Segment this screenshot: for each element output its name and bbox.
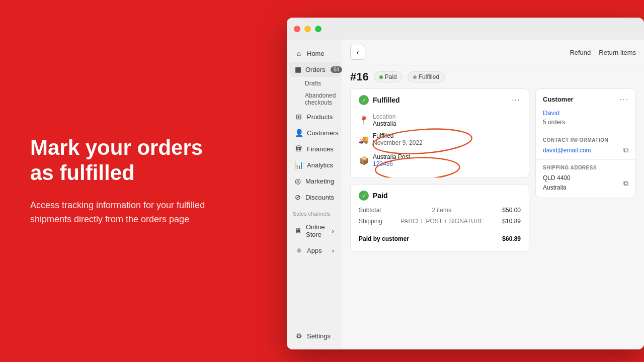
shipping-row: Shipping PARCEL POST + SIGNATURE $10.89 — [359, 216, 521, 227]
sidebar-item-customers[interactable]: 👤 Customers — [289, 125, 340, 140]
location-label: Location — [373, 113, 396, 120]
sidebar-settings-section: ⚙ Settings — [287, 324, 342, 343]
top-toolbar: ‹ Refund Return items — [342, 40, 644, 65]
left-column: ✓ Fulfilled ··· 📍 Location — [350, 88, 529, 341]
sidebar-item-sales-channels[interactable]: 🖥 Online Store › — [289, 220, 340, 242]
sidebar-apps-label: Apps — [307, 247, 322, 254]
fulfilled-card-body: 📍 Location Australia 🚚 Fulfille — [351, 111, 529, 177]
sidebar-item-products[interactable]: ⊞ Products — [289, 109, 340, 124]
sidebar-item-orders[interactable]: ▦ Orders 64 — [289, 62, 340, 77]
home-icon: ⌂ — [295, 49, 303, 57]
sidebar-item-marketing[interactable]: ◎ Marketing — [289, 173, 340, 189]
contact-email[interactable]: david@email.com — [543, 147, 591, 154]
fulfilled-card-title: Fulfilled — [373, 96, 400, 104]
minimize-button[interactable] — [304, 26, 311, 32]
fulfilled-badge: Fulfilled — [408, 71, 445, 82]
sidebar-finances-label: Finances — [307, 145, 334, 153]
paid-card-content: Subtotal 2 items $50.00 Shipping PARCEL … — [351, 205, 529, 251]
toolbar-actions: Refund Return items — [570, 49, 636, 56]
customer-orders: 5 orders — [536, 119, 635, 132]
sidebar-discounts-label: Discounts — [305, 194, 334, 201]
order-header: #16 Paid Fulfilled — [342, 65, 644, 88]
contact-section: CONTACT INFORMATION david@email.com ⧉ — [536, 132, 635, 159]
sidebar-item-drafts[interactable]: Drafts — [287, 78, 342, 89]
sidebar-item-home[interactable]: ⌂ Home — [289, 46, 340, 61]
browser-body: ⌂ Home ▦ Orders 64 Drafts Abandoned chec… — [287, 40, 644, 349]
shipping-section: SHIPPING ADDRESS QLD 4400 Australia ⧉ — [536, 160, 635, 198]
total-row: Paid by customer $60.89 — [359, 233, 521, 244]
analytics-icon: 📊 — [295, 161, 303, 169]
sidebar-products-label: Products — [307, 113, 333, 121]
location-row: 📍 Location Australia — [359, 113, 521, 127]
sidebar-home-label: Home — [307, 50, 325, 57]
paid-card-header: ✓ Paid — [351, 185, 529, 205]
sales-channels-label: Sales channels — [287, 206, 342, 219]
paid-card: ✓ Paid Subtotal 2 items $50.00 Shipping — [350, 184, 529, 252]
browser-window: ⌂ Home ▦ Orders 64 Drafts Abandoned chec… — [287, 18, 644, 349]
fulfilled-checkmark-icon: ✓ — [359, 95, 369, 105]
sidebar-analytics-label: Analytics — [307, 161, 333, 169]
shipping-address-row: QLD 4400 Australia ⧉ — [543, 173, 628, 193]
sidebar-item-analytics[interactable]: 📊 Analytics — [289, 157, 340, 172]
sidebar-customers-label: Customers — [307, 129, 339, 137]
sidebar-item-abandoned[interactable]: Abandoned checkouts — [287, 90, 342, 108]
fulfilled-more-button[interactable]: ··· — [511, 96, 521, 105]
close-button[interactable] — [294, 26, 300, 32]
customer-card-title: Customer — [543, 96, 574, 103]
paid-badge: Paid — [374, 71, 403, 82]
sidebar-item-settings[interactable]: ⚙ Settings — [289, 328, 340, 343]
fullscreen-button[interactable] — [315, 26, 321, 32]
carrier-name: Australia Post — [373, 153, 410, 160]
tracking-number[interactable]: 123456 — [373, 160, 410, 167]
truck-icon: 🚚 — [359, 135, 369, 144]
sidebar-item-apps[interactable]: ⚛ Apps › — [289, 243, 340, 258]
finances-icon: 🏛 — [295, 145, 303, 153]
location-value: Australia — [373, 120, 396, 127]
shipping-address: QLD 4400 Australia — [543, 173, 571, 193]
orders-badge: 64 — [331, 66, 342, 73]
fulfilled-date: November 9, 2022 — [373, 139, 423, 146]
browser-titlebar — [287, 18, 644, 40]
back-button[interactable]: ‹ — [350, 45, 365, 60]
headline: Mark your orders as fulfilled — [30, 135, 252, 186]
sidebar-online-store-label: Online Store — [306, 223, 332, 238]
paid-card-title: Paid — [373, 192, 388, 200]
customers-icon: 👤 — [295, 129, 303, 137]
sidebar-settings-label: Settings — [307, 332, 331, 340]
customer-card-header: Customer ··· — [536, 89, 635, 109]
contact-row: david@email.com ⧉ — [543, 146, 628, 154]
sidebar-orders-label: Orders — [305, 66, 326, 73]
sales-channels-icon: 🖥 — [295, 227, 302, 235]
fulfilled-date-row: 🚚 Fulfilled November 9, 2022 — [359, 132, 521, 146]
sidebar-item-finances[interactable]: 🏛 Finances — [289, 141, 340, 156]
orders-icon: ▦ — [295, 65, 301, 73]
chevron-right-icon-apps: › — [332, 247, 334, 254]
sidebar-marketing-label: Marketing — [305, 177, 334, 185]
description: Access tracking information for your ful… — [30, 198, 231, 227]
sidebar: ⌂ Home ▦ Orders 64 Drafts Abandoned chec… — [287, 40, 342, 349]
payment-divider — [359, 230, 521, 230]
right-column: Customer ··· David 5 orders CONTACT INFO… — [535, 88, 636, 341]
main-content: ‹ Refund Return items #16 Paid Fulfilled — [342, 40, 644, 349]
paid-dot — [379, 75, 383, 79]
return-items-button[interactable]: Return items — [599, 49, 636, 56]
customer-card: Customer ··· David 5 orders CONTACT INFO… — [535, 88, 636, 198]
sidebar-item-discounts[interactable]: ⊘ Discounts — [289, 190, 340, 205]
fulfilled-label: Fulfilled — [373, 132, 423, 139]
marketing-icon: ◎ — [295, 177, 301, 185]
subtotal-row: Subtotal 2 items $50.00 — [359, 205, 521, 216]
order-number: #16 — [350, 70, 369, 83]
copy-email-button[interactable]: ⧉ — [623, 146, 628, 154]
apps-icon: ⚛ — [295, 246, 303, 254]
contact-section-label: CONTACT INFORMATION — [543, 137, 628, 143]
chevron-right-icon: › — [332, 227, 334, 235]
two-col-layout: ✓ Fulfilled ··· 📍 Location — [342, 88, 644, 349]
settings-icon: ⚙ — [295, 332, 303, 340]
customer-more-button[interactable]: ··· — [619, 95, 628, 103]
refund-button[interactable]: Refund — [570, 49, 591, 56]
paid-checkmark-icon: ✓ — [359, 191, 369, 201]
customer-name-link[interactable]: David — [536, 109, 635, 119]
copy-address-button[interactable]: ⧉ — [623, 179, 628, 188]
package-icon: 📦 — [359, 156, 369, 165]
tracking-row: 📦 Australia Post 123456 — [359, 153, 521, 167]
